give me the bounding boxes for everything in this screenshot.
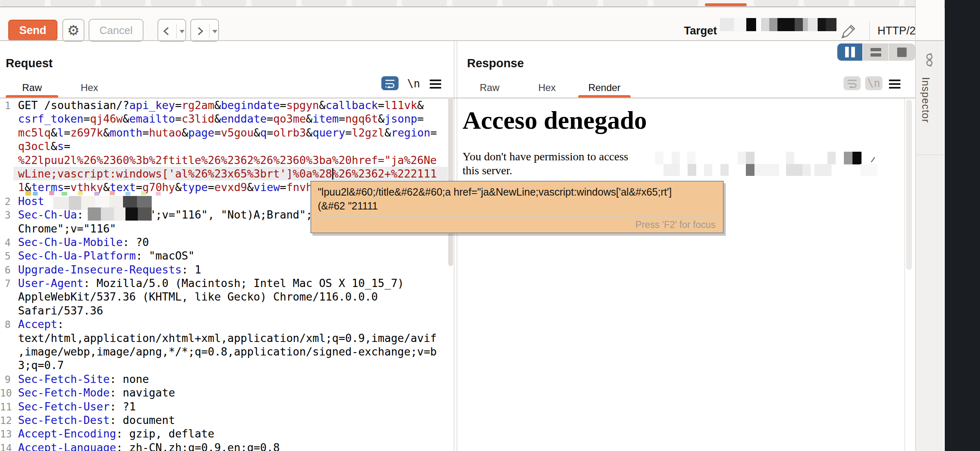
inspector-header-border — [916, 40, 944, 41]
plain-text: : navigate — [109, 386, 175, 399]
edit-target-pencil-icon[interactable] — [839, 22, 858, 41]
line-number: 12 — [0, 414, 11, 428]
app-tab[interactable] — [603, 0, 648, 6]
tab-request-raw[interactable]: Raw — [3, 78, 61, 98]
repeater-toolbar: Send ⚙ Cancel Target HTTP/2 — [0, 7, 945, 40]
request-editor-row[interactable]: 13Accept-Encoding: gzip, deflate — [0, 427, 448, 440]
request-editor-row[interactable]: 8Accept: — [0, 317, 448, 331]
app-tab[interactable] — [553, 0, 598, 6]
rows-glyph — [871, 46, 881, 59]
request-editor-row[interactable]: 12Sec-Fetch-Dest: document — [0, 413, 448, 427]
request-editor-row[interactable]: text/html,application/xhtml+xml,applicat… — [0, 331, 448, 345]
layout-single-button[interactable] — [889, 43, 915, 61]
app-tab[interactable] — [251, 0, 296, 6]
send-button[interactable]: Send — [8, 20, 57, 41]
app-tab[interactable] — [201, 0, 246, 6]
param-value: vthky — [71, 181, 103, 194]
inspector-sidebar[interactable] — [916, 0, 944, 451]
plain-text: : ?0 — [123, 236, 149, 248]
panel-splitter[interactable] — [454, 40, 454, 451]
param-or-header-name: Sec-Fetch-Dest — [18, 414, 109, 426]
back-dropdown-icon[interactable] — [180, 30, 185, 33]
cancel-button[interactable]: Cancel — [89, 19, 144, 42]
line-number: 6 — [0, 264, 11, 277]
request-editor-row[interactable]: wLine;vascript:windows['al%26%23x65%3brt… — [0, 167, 448, 180]
app-tab[interactable] — [754, 0, 799, 6]
request-editor-row[interactable]: q3ocl&s= — [0, 139, 448, 153]
request-editor-row[interactable]: 1GET /southasian/?api_key=rg2am&begindat… — [0, 98, 448, 112]
plain-text: : document — [109, 414, 175, 426]
param-or-header-name: begindate — [221, 99, 280, 112]
layout-columns-button[interactable] — [837, 43, 863, 61]
word-wrap-toggle-icon[interactable] — [381, 76, 399, 90]
param-value: wLine;vascript:windows['al%26%23x65%3brt… — [18, 167, 332, 180]
plain-text: & — [25, 181, 31, 194]
app-tab[interactable] — [502, 0, 547, 6]
chevron-right-icon — [194, 26, 205, 36]
param-or-header-name: callback — [326, 99, 378, 112]
newline-display-toggle[interactable]: \n — [407, 77, 420, 90]
param-or-header-name: l — [57, 126, 64, 139]
request-editor-row[interactable]: 11Sec-Fetch-User: ?1 — [0, 400, 448, 413]
app-tab[interactable] — [452, 0, 497, 6]
request-editor-row[interactable]: csrf_token=qj46w&emailto=c3lid&enddate=q… — [0, 112, 448, 125]
forward-dropdown-icon[interactable] — [212, 30, 217, 33]
plain-text — [44, 195, 51, 207]
request-editor-row[interactable]: mc5lq&l=z697k&month=hutao&page=v5gou&q=o… — [0, 126, 448, 139]
request-editor-row[interactable]: %22lpuu2l%26%2360%3b%2ftitle%26%2362%26%… — [0, 153, 448, 167]
plain-text: & — [378, 112, 385, 125]
plain-text: & — [182, 126, 188, 139]
forward-button[interactable] — [190, 19, 219, 42]
request-panel-title: Request — [6, 57, 52, 70]
app-tab[interactable] — [402, 0, 447, 6]
param-value: v5gou — [221, 126, 254, 139]
layout-rows-button[interactable] — [863, 43, 889, 61]
app-tab[interactable] — [0, 0, 45, 6]
request-editor-row[interactable]: 9Sec-Fetch-Site: none — [0, 372, 448, 386]
tab-response-raw[interactable]: Raw — [461, 78, 518, 98]
app-tab[interactable] — [653, 0, 698, 6]
gear-icon[interactable]: ⚙ — [62, 19, 84, 42]
request-editor[interactable]: 1GET /southasian/?api_key=rg2am&begindat… — [0, 98, 448, 451]
panel-splitter[interactable] — [457, 40, 457, 451]
response-scrollbar[interactable] — [906, 100, 912, 270]
request-editor-row[interactable]: 4Sec-Ch-Ua-Mobile: ?0 — [0, 235, 448, 249]
app-tab[interactable] — [804, 0, 849, 6]
request-editor-row[interactable]: 14Accept-Language: zh-CN,zh;q=0.9,en;q=0… — [0, 441, 448, 451]
inspector-header — [916, 0, 944, 40]
inspector-label[interactable]: Inspector — [920, 77, 932, 123]
app-tab-strip[interactable] — [0, 0, 945, 6]
app-tab[interactable] — [50, 0, 96, 6]
request-editor-row[interactable]: 7User-Agent: Mozilla/5.0 (Macintosh; Int… — [0, 276, 448, 290]
plain-text: & — [123, 112, 129, 125]
request-menu-icon[interactable] — [430, 80, 441, 91]
tab-response-render[interactable]: Render — [576, 78, 633, 98]
plain-text: = — [64, 140, 71, 153]
line-number: 8 — [0, 318, 11, 332]
request-editor-row[interactable]: AppleWebKit/537.36 (KHTML, like Gecko) C… — [0, 290, 448, 303]
request-editor-row[interactable]: 10Sec-Fetch-Mode: navigate — [0, 386, 448, 399]
request-editor-row[interactable]: 3;q=0.7 — [0, 358, 448, 372]
response-menu-icon[interactable] — [889, 80, 900, 91]
app-tab[interactable] — [151, 0, 196, 6]
plain-text: 3;q=0.7 — [18, 359, 64, 371]
response-newline-display-toggle[interactable]: \n — [865, 76, 882, 90]
request-editor-row[interactable]: 5Sec-Ch-Ua-Platform: "macOS" — [0, 249, 448, 262]
back-button[interactable] — [157, 19, 186, 42]
plain-text: & — [247, 181, 254, 194]
app-tab[interactable] — [301, 0, 346, 6]
app-tab[interactable] — [703, 0, 748, 6]
param-or-header-name: text — [109, 181, 136, 194]
param-value: qj46w — [90, 112, 123, 125]
app-tab[interactable] — [100, 0, 146, 6]
request-editor-row[interactable]: 6Upgrade-Insecure-Requests: 1 — [0, 263, 448, 276]
request-editor-row[interactable]: Safari/537.36 — [0, 304, 448, 317]
request-editor-row[interactable]: ,image/webp,image/apng,*/*;q=0.8,applica… — [0, 345, 448, 358]
app-tab[interactable] — [854, 0, 899, 6]
app-tab[interactable] — [352, 0, 397, 6]
tab-request-hex[interactable]: Hex — [61, 78, 118, 98]
tab-response-hex[interactable]: Hex — [518, 78, 576, 98]
response-word-wrap-toggle-icon[interactable] — [843, 76, 861, 90]
plain-text: & — [214, 112, 221, 125]
plain-text: = — [345, 126, 352, 139]
